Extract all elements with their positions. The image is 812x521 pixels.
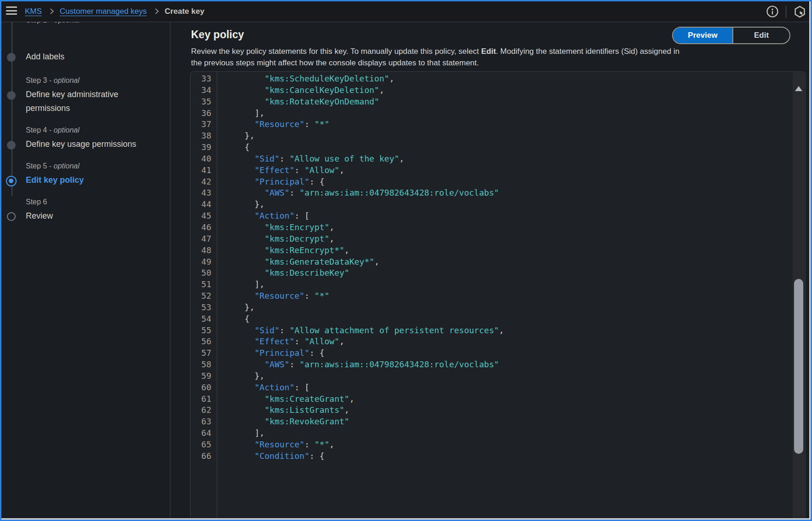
code-line[interactable]: "kms:CancelKeyDeletion", bbox=[225, 85, 792, 96]
preview-button[interactable]: Preview bbox=[673, 28, 732, 43]
line-number: 62 bbox=[191, 405, 217, 416]
step-circle-edit-key-policy-active bbox=[6, 176, 17, 186]
code-line[interactable]: ], bbox=[225, 279, 792, 290]
info-circle-icon[interactable] bbox=[766, 5, 779, 18]
key-policy-description: Review the key policy statements for thi… bbox=[191, 46, 707, 69]
chevron-right-icon bbox=[48, 8, 54, 14]
line-number: 43 bbox=[191, 187, 217, 199]
code-line[interactable]: "kms:ReEncrypt*", bbox=[225, 245, 792, 256]
line-number: 64 bbox=[191, 428, 217, 439]
page-title: Key policy bbox=[191, 29, 244, 41]
line-number: 54 bbox=[191, 313, 217, 325]
line-number: 39 bbox=[191, 142, 217, 153]
preview-edit-toggle: Preview Edit bbox=[672, 27, 790, 44]
code-line[interactable]: "Resource": "*" bbox=[225, 290, 792, 302]
code-line[interactable]: "kms:DescribeKey" bbox=[225, 267, 792, 279]
code-line[interactable]: "Action": [ bbox=[225, 382, 792, 394]
line-number: 56 bbox=[191, 336, 217, 347]
line-number: 37 bbox=[191, 119, 217, 130]
scroll-up-arrow-icon[interactable] bbox=[795, 86, 802, 91]
code-line[interactable]: "kms:Decrypt", bbox=[225, 233, 792, 245]
code-line[interactable]: "Sid": "Allow attachment of persistent r… bbox=[225, 325, 792, 336]
line-number: 63 bbox=[191, 416, 217, 428]
code-line[interactable]: "kms:CreateGrant", bbox=[225, 394, 792, 405]
sidebar-item-admin-permissions[interactable]: Define key administrative permissions bbox=[26, 87, 164, 115]
code-line[interactable]: "Action": [ bbox=[225, 210, 792, 222]
step-connector-line bbox=[12, 22, 12, 196]
line-number: 38 bbox=[191, 130, 217, 142]
code-line[interactable]: { bbox=[225, 142, 792, 153]
code-line[interactable]: }, bbox=[225, 199, 792, 210]
clipped-step-label: Step 2 - optional bbox=[26, 22, 118, 26]
code-line[interactable]: ], bbox=[225, 108, 792, 119]
top-navigation-bar: KMS Customer managed keys Create key bbox=[1, 1, 809, 22]
topbar-actions bbox=[766, 1, 806, 22]
chevron-right-icon bbox=[153, 8, 159, 14]
code-line[interactable]: "AWS": "arn:aws:iam::047982643428:role/v… bbox=[225, 187, 792, 199]
line-number: 47 bbox=[191, 233, 217, 245]
step-circle-usage-permissions bbox=[7, 141, 16, 150]
code-line[interactable]: "Principal": { bbox=[225, 176, 792, 188]
step-circle-add-labels bbox=[7, 53, 16, 62]
code-line[interactable]: "kms:GenerateDataKey*", bbox=[225, 256, 792, 268]
breadcrumb: KMS Customer managed keys Create key bbox=[25, 1, 204, 22]
line-number: 40 bbox=[191, 153, 217, 165]
line-number: 48 bbox=[191, 245, 217, 256]
line-number: 59 bbox=[191, 370, 217, 382]
line-number: 44 bbox=[191, 199, 217, 210]
app-window: KMS Customer managed keys Create key bbox=[0, 0, 812, 521]
step-5-label: Step 5 - optional bbox=[26, 161, 80, 171]
breadcrumb-current-create-key: Create key bbox=[165, 7, 204, 16]
line-number: 55 bbox=[191, 325, 217, 336]
breadcrumb-link-customer-managed-keys[interactable]: Customer managed keys bbox=[60, 7, 147, 16]
line-number: 50 bbox=[191, 267, 217, 279]
sidebar-item-edit-key-policy[interactable]: Edit key policy bbox=[26, 173, 164, 187]
line-number: 66 bbox=[191, 451, 217, 462]
line-number: 60 bbox=[191, 382, 217, 394]
menu-icon[interactable] bbox=[6, 6, 18, 17]
code-line[interactable]: "kms:ScheduleKeyDeletion", bbox=[225, 73, 792, 85]
code-line[interactable]: "Principal": { bbox=[225, 347, 792, 359]
editor-scrollbar-thumb[interactable] bbox=[794, 279, 803, 454]
code-line[interactable]: "Effect": "Allow", bbox=[225, 336, 792, 347]
code-line[interactable]: "kms:RotateKeyOnDemand" bbox=[225, 96, 792, 108]
key-policy-code-editor: 3334353637383940414243444546474849505152… bbox=[190, 71, 806, 518]
code-line[interactable]: }, bbox=[225, 130, 792, 142]
sidebar-item-usage-permissions[interactable]: Define key usage permissions bbox=[26, 137, 164, 151]
sidebar-item-review[interactable]: Review bbox=[26, 209, 164, 223]
line-number: 52 bbox=[191, 290, 217, 302]
wizard-steps-sidebar: Step 2 - optional Add labels Step 3 - op… bbox=[1, 22, 170, 518]
breadcrumb-link-kms[interactable]: KMS bbox=[25, 7, 42, 16]
line-number: 42 bbox=[191, 176, 217, 188]
editor-scrollbar-track[interactable] bbox=[793, 72, 805, 518]
line-number: 45 bbox=[191, 210, 217, 222]
code-line[interactable]: }, bbox=[225, 302, 792, 313]
code-line[interactable]: "kms:RevokeGrant" bbox=[225, 416, 792, 428]
code-line[interactable]: "Resource": "*" bbox=[225, 119, 792, 130]
line-number: 46 bbox=[191, 222, 217, 233]
line-number: 65 bbox=[191, 439, 217, 451]
code-line[interactable]: "Resource": "*", bbox=[225, 439, 792, 451]
code-line[interactable]: ], bbox=[225, 428, 792, 439]
line-number: 53 bbox=[191, 302, 217, 313]
step-3-label: Step 3 - optional bbox=[26, 75, 80, 86]
step-circle-review bbox=[7, 212, 16, 221]
amazon-q-hexagon-icon[interactable] bbox=[793, 5, 806, 18]
gutter: 3334353637383940414243444546474849505152… bbox=[191, 72, 217, 518]
code-line[interactable]: "Condition": { bbox=[225, 451, 792, 462]
code-line[interactable]: "Sid": "Allow use of the key", bbox=[225, 153, 792, 165]
code-line[interactable]: }, bbox=[225, 370, 792, 382]
line-number: 35 bbox=[191, 96, 217, 108]
code-line[interactable]: "Effect": "Allow", bbox=[225, 165, 792, 176]
step-circle-admin-permissions bbox=[7, 91, 16, 100]
code-line[interactable]: "kms:ListGrants", bbox=[225, 405, 792, 416]
line-number: 33 bbox=[191, 73, 217, 85]
edit-button[interactable]: Edit bbox=[732, 28, 789, 43]
sidebar-item-add-labels[interactable]: Add labels bbox=[26, 50, 164, 64]
code-line[interactable]: { bbox=[225, 313, 792, 325]
app-window-inner: KMS Customer managed keys Create key bbox=[1, 1, 811, 520]
line-number: 61 bbox=[191, 394, 217, 405]
code-line[interactable]: "AWS": "arn:aws:iam::047982643428:role/v… bbox=[225, 359, 792, 370]
code-line[interactable]: "kms:Encrypt", bbox=[225, 222, 792, 233]
code-lines[interactable]: "kms:ScheduleKeyDeletion", "kms:CancelKe… bbox=[218, 72, 792, 518]
